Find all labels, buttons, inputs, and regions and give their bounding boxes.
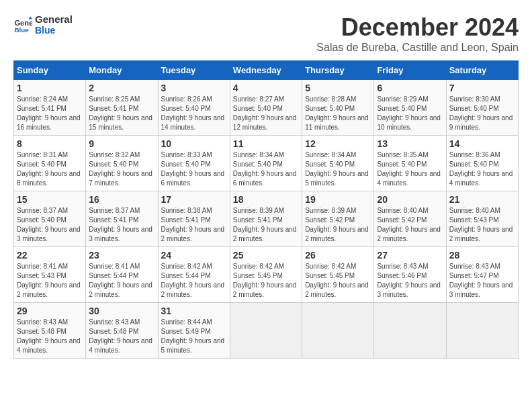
day-info: Sunrise: 8:41 AMSunset: 5:43 PMDaylight:… bbox=[17, 262, 83, 300]
day-info: Sunrise: 8:38 AMSunset: 5:41 PMDaylight:… bbox=[161, 206, 227, 244]
day-info: Sunrise: 8:27 AMSunset: 5:40 PMDaylight:… bbox=[233, 95, 299, 132]
day-number: 10 bbox=[161, 138, 227, 149]
table-row bbox=[230, 303, 302, 359]
table-row: 15Sunrise: 8:37 AMSunset: 5:40 PMDayligh… bbox=[14, 191, 86, 247]
logo-icon: General Blue bbox=[13, 15, 32, 34]
day-info: Sunrise: 8:34 AMSunset: 5:40 PMDaylight:… bbox=[233, 150, 299, 188]
day-info: Sunrise: 8:43 AMSunset: 5:46 PMDaylight:… bbox=[377, 262, 443, 300]
day-info: Sunrise: 8:43 AMSunset: 5:48 PMDaylight:… bbox=[89, 318, 154, 355]
day-info: Sunrise: 8:43 AMSunset: 5:48 PMDaylight:… bbox=[17, 318, 83, 355]
calendar-table: Sunday Monday Tuesday Wednesday Thursday… bbox=[13, 60, 519, 359]
day-number: 22 bbox=[17, 250, 83, 261]
table-row: 4Sunrise: 8:27 AMSunset: 5:40 PMDaylight… bbox=[230, 80, 302, 136]
day-info: Sunrise: 8:36 AMSunset: 5:40 PMDaylight:… bbox=[449, 150, 515, 188]
day-info: Sunrise: 8:39 AMSunset: 5:41 PMDaylight:… bbox=[233, 206, 299, 244]
day-number: 9 bbox=[89, 138, 154, 149]
day-number: 20 bbox=[377, 194, 443, 205]
day-number: 8 bbox=[17, 138, 83, 149]
day-info: Sunrise: 8:42 AMSunset: 5:44 PMDaylight:… bbox=[161, 262, 227, 300]
table-row: 27Sunrise: 8:43 AMSunset: 5:46 PMDayligh… bbox=[374, 247, 446, 303]
day-number: 7 bbox=[449, 83, 515, 93]
calendar-week-row: 15Sunrise: 8:37 AMSunset: 5:40 PMDayligh… bbox=[14, 191, 519, 247]
day-number: 23 bbox=[89, 250, 154, 261]
table-row: 26Sunrise: 8:42 AMSunset: 5:45 PMDayligh… bbox=[302, 247, 374, 303]
table-row: 31Sunrise: 8:44 AMSunset: 5:49 PMDayligh… bbox=[158, 303, 230, 359]
table-row: 28Sunrise: 8:43 AMSunset: 5:47 PMDayligh… bbox=[446, 247, 518, 303]
table-row: 14Sunrise: 8:36 AMSunset: 5:40 PMDayligh… bbox=[446, 136, 518, 191]
day-number: 26 bbox=[305, 250, 371, 261]
day-number: 15 bbox=[17, 194, 83, 205]
table-row: 23Sunrise: 8:41 AMSunset: 5:44 PMDayligh… bbox=[86, 247, 158, 303]
day-number: 31 bbox=[161, 306, 227, 316]
table-row: 6Sunrise: 8:29 AMSunset: 5:40 PMDaylight… bbox=[374, 80, 446, 136]
table-row bbox=[446, 303, 518, 359]
calendar-header-row: Sunday Monday Tuesday Wednesday Thursday… bbox=[14, 61, 519, 80]
day-number: 29 bbox=[17, 306, 83, 316]
day-number: 19 bbox=[305, 194, 371, 205]
day-number: 4 bbox=[233, 83, 299, 93]
table-row: 24Sunrise: 8:42 AMSunset: 5:44 PMDayligh… bbox=[158, 247, 230, 303]
month-title: December 2024 bbox=[316, 13, 519, 42]
day-info: Sunrise: 8:34 AMSunset: 5:40 PMDaylight:… bbox=[305, 150, 371, 188]
col-tuesday: Tuesday bbox=[158, 61, 230, 80]
table-row bbox=[374, 303, 446, 359]
table-row bbox=[302, 303, 374, 359]
table-row: 5Sunrise: 8:28 AMSunset: 5:40 PMDaylight… bbox=[302, 80, 374, 136]
page-header: General Blue General Blue December 2024 … bbox=[13, 13, 519, 54]
table-row: 7Sunrise: 8:30 AMSunset: 5:40 PMDaylight… bbox=[446, 80, 518, 136]
calendar-week-row: 22Sunrise: 8:41 AMSunset: 5:43 PMDayligh… bbox=[14, 247, 519, 303]
table-row: 3Sunrise: 8:26 AMSunset: 5:40 PMDaylight… bbox=[158, 80, 230, 136]
table-row: 12Sunrise: 8:34 AMSunset: 5:40 PMDayligh… bbox=[302, 136, 374, 191]
day-info: Sunrise: 8:28 AMSunset: 5:40 PMDaylight:… bbox=[305, 95, 371, 132]
day-number: 18 bbox=[233, 194, 299, 205]
day-number: 21 bbox=[449, 194, 515, 205]
day-number: 2 bbox=[89, 83, 154, 93]
day-info: Sunrise: 8:32 AMSunset: 5:40 PMDaylight:… bbox=[89, 150, 154, 188]
day-number: 24 bbox=[161, 250, 227, 261]
day-info: Sunrise: 8:42 AMSunset: 5:45 PMDaylight:… bbox=[233, 262, 299, 300]
day-info: Sunrise: 8:40 AMSunset: 5:43 PMDaylight:… bbox=[449, 206, 515, 244]
day-number: 13 bbox=[377, 138, 443, 149]
day-info: Sunrise: 8:37 AMSunset: 5:41 PMDaylight:… bbox=[89, 206, 154, 244]
col-friday: Friday bbox=[374, 61, 446, 80]
day-info: Sunrise: 8:35 AMSunset: 5:40 PMDaylight:… bbox=[377, 150, 443, 188]
day-number: 27 bbox=[377, 250, 443, 261]
table-row: 25Sunrise: 8:42 AMSunset: 5:45 PMDayligh… bbox=[230, 247, 302, 303]
day-info: Sunrise: 8:30 AMSunset: 5:40 PMDaylight:… bbox=[449, 95, 515, 132]
table-row: 2Sunrise: 8:25 AMSunset: 5:41 PMDaylight… bbox=[86, 80, 158, 136]
title-area: December 2024 Salas de Bureba, Castille … bbox=[316, 13, 519, 54]
day-number: 16 bbox=[89, 194, 154, 205]
table-row: 20Sunrise: 8:40 AMSunset: 5:42 PMDayligh… bbox=[374, 191, 446, 247]
table-row: 19Sunrise: 8:39 AMSunset: 5:42 PMDayligh… bbox=[302, 191, 374, 247]
day-number: 17 bbox=[161, 194, 227, 205]
table-row: 11Sunrise: 8:34 AMSunset: 5:40 PMDayligh… bbox=[230, 136, 302, 191]
day-number: 6 bbox=[377, 83, 443, 93]
day-info: Sunrise: 8:33 AMSunset: 5:40 PMDaylight:… bbox=[161, 150, 227, 188]
day-number: 28 bbox=[449, 250, 515, 261]
day-number: 3 bbox=[161, 83, 227, 93]
day-info: Sunrise: 8:25 AMSunset: 5:41 PMDaylight:… bbox=[89, 95, 154, 132]
day-info: Sunrise: 8:31 AMSunset: 5:40 PMDaylight:… bbox=[17, 150, 83, 188]
day-info: Sunrise: 8:41 AMSunset: 5:44 PMDaylight:… bbox=[89, 262, 154, 300]
table-row: 9Sunrise: 8:32 AMSunset: 5:40 PMDaylight… bbox=[86, 136, 158, 191]
day-info: Sunrise: 8:24 AMSunset: 5:41 PMDaylight:… bbox=[17, 95, 83, 132]
table-row: 13Sunrise: 8:35 AMSunset: 5:40 PMDayligh… bbox=[374, 136, 446, 191]
col-wednesday: Wednesday bbox=[230, 61, 302, 80]
svg-text:Blue: Blue bbox=[14, 26, 29, 34]
table-row: 8Sunrise: 8:31 AMSunset: 5:40 PMDaylight… bbox=[14, 136, 86, 191]
logo-text: General Blue bbox=[35, 13, 73, 36]
col-thursday: Thursday bbox=[302, 61, 374, 80]
table-row: 18Sunrise: 8:39 AMSunset: 5:41 PMDayligh… bbox=[230, 191, 302, 247]
day-info: Sunrise: 8:37 AMSunset: 5:40 PMDaylight:… bbox=[17, 206, 83, 244]
day-number: 12 bbox=[305, 138, 371, 149]
table-row: 1Sunrise: 8:24 AMSunset: 5:41 PMDaylight… bbox=[14, 80, 86, 136]
col-monday: Monday bbox=[86, 61, 158, 80]
svg-marker-2 bbox=[28, 16, 32, 19]
day-info: Sunrise: 8:29 AMSunset: 5:40 PMDaylight:… bbox=[377, 95, 443, 132]
logo: General Blue General Blue bbox=[13, 13, 73, 36]
calendar-week-row: 29Sunrise: 8:43 AMSunset: 5:48 PMDayligh… bbox=[14, 303, 519, 359]
table-row: 17Sunrise: 8:38 AMSunset: 5:41 PMDayligh… bbox=[158, 191, 230, 247]
table-row: 21Sunrise: 8:40 AMSunset: 5:43 PMDayligh… bbox=[446, 191, 518, 247]
location-title: Salas de Bureba, Castille and Leon, Spai… bbox=[316, 42, 519, 54]
day-info: Sunrise: 8:39 AMSunset: 5:42 PMDaylight:… bbox=[305, 206, 371, 244]
